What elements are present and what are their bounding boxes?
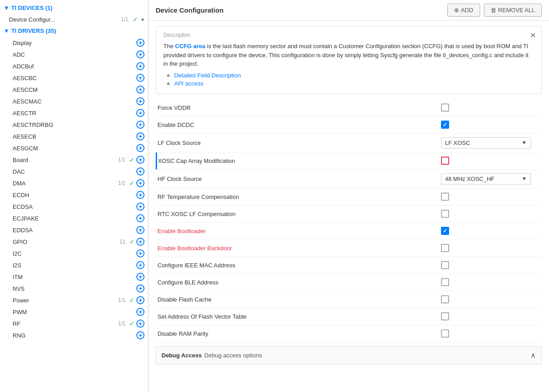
- chevron-down-icon: ▼: [4, 5, 9, 11]
- sidebar-item-nvs[interactable]: NVS +: [0, 283, 148, 294]
- sidebar-item-eddsa[interactable]: EDDSA +: [0, 224, 148, 236]
- enable-bootloader-backdoor-label: Enable Bootloader Backdoor: [158, 245, 441, 252]
- configure-ieee-mac-checkbox[interactable]: [441, 261, 449, 269]
- disable-ram-parity-checkbox[interactable]: [441, 329, 449, 338]
- sidebar-item-rng[interactable]: RNG +: [0, 329, 148, 341]
- sidebar-item-ecdsa[interactable]: ECDSA +: [0, 201, 148, 212]
- rf-temp-comp-checkbox[interactable]: [441, 193, 449, 201]
- add-dac-button[interactable]: +: [136, 167, 144, 176]
- sidebar-item-aesecb[interactable]: AESECB +: [0, 131, 148, 142]
- sidebar-item-display[interactable]: Display +: [0, 37, 148, 49]
- sidebar-item-i2c[interactable]: I2C +: [0, 248, 148, 259]
- field-configure-ble-address: Configure BLE Address: [156, 274, 542, 291]
- field-enable-bootloader-backdoor: Enable Bootloader Backdoor: [156, 240, 542, 257]
- page-title: Device Configuration: [156, 6, 444, 14]
- field-configure-ieee-mac: Configure IEEE MAC Address: [156, 257, 542, 274]
- add-itm-button[interactable]: +: [136, 273, 144, 281]
- api-access-link[interactable]: API access: [174, 80, 203, 87]
- device-config-item[interactable]: Device Configur... 1/1 ✓ +: [0, 14, 148, 25]
- force-vddr-label: Force VDDR: [158, 104, 441, 111]
- close-button[interactable]: ✕: [530, 31, 536, 40]
- debug-access-header[interactable]: Debug Access Debug access options ∧: [156, 347, 541, 364]
- main-content: Device Configuration ⊕ ADD 🗑 REMOVE ALL …: [148, 0, 549, 392]
- sidebar-item-rf[interactable]: RF 1/1 ✓ +: [0, 318, 148, 329]
- add-pwm-button[interactable]: +: [136, 308, 144, 316]
- lf-clock-source-label: LF Clock Source: [158, 140, 441, 146]
- sidebar-item-pwm[interactable]: PWM +: [0, 306, 148, 318]
- sidebar-item-board[interactable]: Board 1/1 ✓ +: [0, 154, 148, 166]
- add-rng-button[interactable]: +: [136, 331, 144, 339]
- enable-bootloader-checkbox[interactable]: [441, 227, 449, 235]
- field-lf-clock-source: LF Clock Source LF XOSC ▼: [156, 134, 542, 153]
- sidebar-item-adc[interactable]: ADC +: [0, 49, 148, 60]
- enable-dcdc-checkbox[interactable]: [441, 121, 449, 129]
- hf-clock-source-label: HF Clock Source: [158, 176, 441, 182]
- sidebar-item-aesgcm[interactable]: AESGCM +: [0, 142, 148, 154]
- sidebar-item-aesccm[interactable]: AESCCM +: [0, 84, 148, 95]
- ti-drivers-header[interactable]: ▼ TI DRIVERS (35): [0, 25, 148, 37]
- add-aesgcm-button[interactable]: +: [136, 144, 144, 152]
- add-rf-button[interactable]: +: [136, 320, 144, 328]
- add-aesccm-button[interactable]: +: [136, 86, 144, 94]
- add-nvs-button[interactable]: +: [136, 284, 144, 293]
- add-gpio-button[interactable]: +: [136, 238, 144, 246]
- detailed-field-link[interactable]: Detailed Field Description: [174, 72, 241, 79]
- add-adcbuf-button[interactable]: +: [136, 62, 144, 70]
- add-aescmac-button[interactable]: +: [136, 97, 144, 105]
- add-i2c-button[interactable]: +: [136, 249, 144, 257]
- add-board-button[interactable]: +: [136, 156, 144, 164]
- device-add-button[interactable]: +: [141, 16, 144, 23]
- sidebar-item-itm[interactable]: ITM +: [0, 271, 148, 283]
- add-aesctr-button[interactable]: +: [136, 109, 144, 117]
- add-dma-button[interactable]: +: [136, 179, 144, 187]
- add-i2s-button[interactable]: +: [136, 261, 144, 269]
- sidebar-item-dac[interactable]: DAC +: [0, 166, 148, 177]
- field-enable-dcdc: Enable DCDC: [156, 117, 542, 134]
- check-icon: ✓: [133, 16, 138, 23]
- sidebar-item-gpio[interactable]: GPIO 11 ✓ +: [0, 236, 148, 248]
- ti-drivers-label: TI DRIVERS (35): [11, 27, 56, 34]
- description-text: The CCFG area is the last flash memory s…: [163, 42, 534, 68]
- add-power-button[interactable]: +: [136, 296, 144, 304]
- hf-clock-source-value: 48 MHz XOSC_HF: [445, 176, 522, 182]
- remove-all-label: REMOVE ALL: [498, 7, 535, 14]
- chevron-up-icon: ∧: [531, 351, 536, 360]
- sidebar-item-ecdh[interactable]: ECDH +: [0, 189, 148, 201]
- chevron-down-icon: ▼: [4, 27, 9, 34]
- description-links: Detailed Field Description API access: [163, 72, 534, 87]
- sidebar-item-aescmac[interactable]: AESCMAC +: [0, 95, 148, 107]
- add-display-button[interactable]: +: [136, 39, 144, 47]
- sidebar-item-adcbuf[interactable]: ADCBuf +: [0, 60, 148, 72]
- add-label: ADD: [461, 7, 473, 14]
- ti-devices-header[interactable]: ▼ TI DEVICES (1): [0, 2, 148, 14]
- add-eddsa-button[interactable]: +: [136, 226, 144, 234]
- hf-clock-source-dropdown[interactable]: 48 MHz XOSC_HF ▼: [441, 173, 531, 185]
- add-ecjpake-button[interactable]: +: [136, 214, 144, 222]
- add-ecdh-button[interactable]: +: [136, 191, 144, 199]
- flash-vector-table-checkbox[interactable]: [441, 312, 449, 320]
- sidebar-item-i2s[interactable]: I2S +: [0, 259, 148, 271]
- add-aesecb-button[interactable]: +: [136, 132, 144, 140]
- add-aescbc-button[interactable]: +: [136, 74, 144, 82]
- add-button[interactable]: ⊕ ADD: [447, 4, 480, 17]
- sidebar-item-power[interactable]: Power 1/1 ✓ +: [0, 294, 148, 306]
- add-ecdsa-button[interactable]: +: [136, 203, 144, 211]
- disable-flash-cache-checkbox[interactable]: [441, 295, 449, 303]
- enable-bootloader-backdoor-checkbox[interactable]: [441, 244, 449, 252]
- remove-all-button[interactable]: 🗑 REMOVE ALL: [484, 4, 542, 17]
- lf-clock-source-dropdown[interactable]: LF XOSC ▼: [441, 137, 531, 149]
- force-vddr-checkbox[interactable]: [441, 104, 449, 112]
- field-flash-vector-table: Set Address Of Flash Vector Table: [156, 308, 542, 325]
- rtc-xosc-lf-checkbox[interactable]: [441, 210, 449, 218]
- sidebar-item-aesctrdrbg[interactable]: AESCTRDRBG +: [0, 119, 148, 131]
- xosc-cap-array-label: XOSC Cap Array Modification: [158, 158, 441, 164]
- sidebar-item-dma[interactable]: DMA 1/1 ✓ +: [0, 177, 148, 189]
- sidebar-item-ecjpake[interactable]: ECJPAKE +: [0, 212, 148, 224]
- add-adc-button[interactable]: +: [136, 50, 144, 59]
- xosc-cap-array-checkbox[interactable]: [441, 157, 449, 165]
- configure-ble-address-checkbox[interactable]: [441, 278, 449, 286]
- sidebar-item-aescbc[interactable]: AESCBC +: [0, 72, 148, 84]
- add-aesctrdrbg-button[interactable]: +: [136, 121, 144, 129]
- sidebar-item-aesctr[interactable]: AESCTR +: [0, 107, 148, 119]
- field-rf-temp-comp: RF Temperature Compensation: [156, 189, 542, 206]
